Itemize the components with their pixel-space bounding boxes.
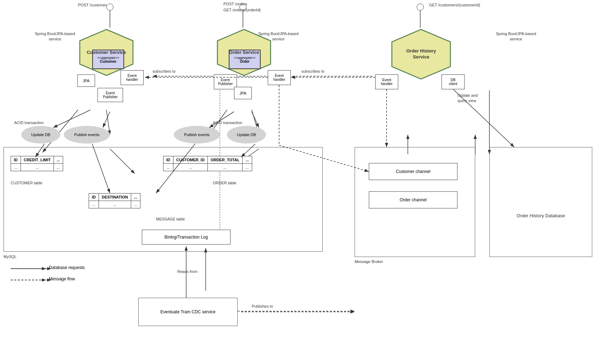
- mysql-label: MySQL: [4, 254, 17, 259]
- order-history-db-label: Order History Database: [493, 213, 589, 219]
- reads-from-label: Reads from: [177, 269, 198, 274]
- customer-acid: ACID transaction: [14, 121, 44, 125]
- svg-line-35: [103, 112, 110, 128]
- order-history-hex: Order HistoryService: [390, 28, 452, 81]
- customer-jpa: JPA: [77, 74, 95, 87]
- publishes-to-label: Publishes to: [252, 304, 273, 308]
- update-query-label: Update andquery view: [457, 93, 478, 104]
- svg-line-38: [252, 112, 259, 128]
- order-jpa: JPA: [234, 87, 252, 99]
- order-service-hex: Order Service: [216, 28, 272, 77]
- message-flow-legend: Message flow: [11, 276, 75, 281]
- order-endpoint1: POST /orders: [223, 2, 247, 6]
- order-table: ID CUSTOMER_ID ORDER_TOTAL ... ... ... .…: [163, 156, 252, 171]
- db-requests-legend: Database requests: [11, 265, 85, 270]
- order-history-endpoint: GET /customers/{customerId}: [429, 3, 480, 7]
- subscribes-to-left: subscribes to: [152, 69, 176, 73]
- order-history-db-client: DBclient: [442, 74, 465, 89]
- svg-line-37: [209, 112, 234, 128]
- order-channel-box: Order channel: [369, 191, 457, 208]
- order-endpoint2: GET /orders/{orderId}: [223, 8, 261, 12]
- customer-service-lollipop: [106, 4, 113, 11]
- order-publish-events: Publish events: [174, 126, 220, 144]
- customer-endpoint: POST /customer: [78, 3, 107, 7]
- order-history-event-handler: Eventhandler: [375, 74, 398, 89]
- order-history-lollipop: [417, 4, 424, 11]
- binlog-box: Binlog/Transaction Log: [142, 230, 231, 245]
- order-event-handler: Eventhandler: [268, 70, 291, 85]
- customer-event-publisher: EventPublisher: [98, 88, 123, 102]
- customer-table: ID CREDIT_LIMIT ... ... ... ...: [11, 156, 63, 171]
- customer-service-hex: Customer Service: [78, 28, 135, 77]
- customer-table-label: CUSTOMER table: [11, 181, 43, 185]
- message-table-label: MESSAGE table: [156, 217, 185, 221]
- order-history-db-container: [489, 147, 592, 257]
- message-table: ID DESTINATION ... ... ... ...: [89, 193, 140, 208]
- customer-channel-box: Customer channel: [369, 163, 457, 180]
- order-acid: ACID transaction: [213, 121, 242, 125]
- order-update-db: Update DB: [227, 126, 266, 144]
- message-broker-label: Message Broker: [355, 259, 383, 264]
- order-history-spring-label: Spring Boot/JPA-basedservice: [493, 31, 539, 42]
- customer-event-handler: Eventhandler: [121, 70, 144, 85]
- customer-spring-label: Spring Boot/JPA-basedservice: [32, 31, 78, 42]
- order-event-publisher: EventPublisher: [214, 74, 237, 89]
- customer-publish-events: Publish events: [64, 126, 110, 144]
- customer-update-db: Update DB: [21, 126, 60, 144]
- subscribes-to-right: subscribes to: [301, 69, 324, 73]
- eventuate-box: Eventuate Tram CDC service: [138, 298, 238, 326]
- svg-line-34: [53, 110, 90, 128]
- order-table-label: ORDER table: [213, 181, 237, 185]
